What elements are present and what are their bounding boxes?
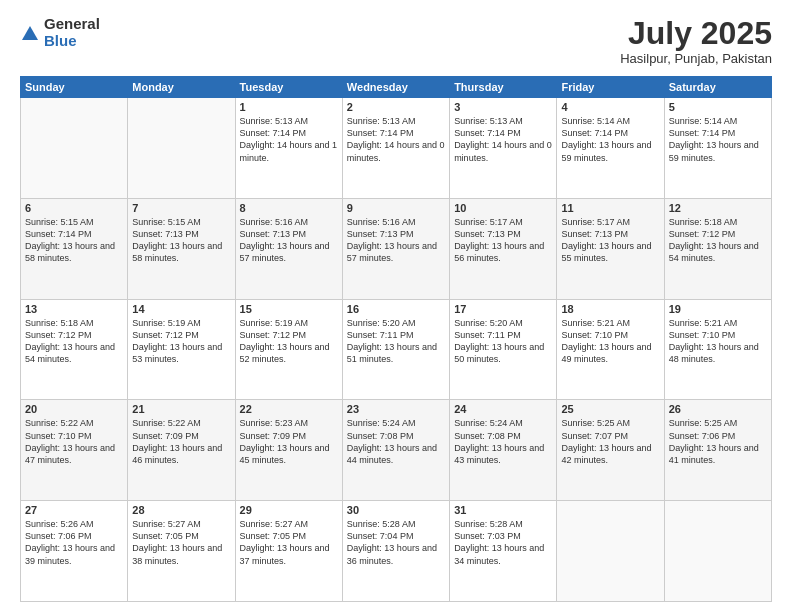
day-number: 8: [240, 202, 338, 214]
cell-info: Sunrise: 5:19 AMSunset: 7:12 PMDaylight:…: [240, 317, 338, 366]
cell-info: Sunrise: 5:27 AMSunset: 7:05 PMDaylight:…: [132, 518, 230, 567]
cell-info: Sunrise: 5:23 AMSunset: 7:09 PMDaylight:…: [240, 417, 338, 466]
cell-info: Sunrise: 5:26 AMSunset: 7:06 PMDaylight:…: [25, 518, 123, 567]
calendar-cell: [664, 501, 771, 602]
calendar-cell: 12Sunrise: 5:18 AMSunset: 7:12 PMDayligh…: [664, 198, 771, 299]
calendar-cell: 28Sunrise: 5:27 AMSunset: 7:05 PMDayligh…: [128, 501, 235, 602]
calendar-cell: 25Sunrise: 5:25 AMSunset: 7:07 PMDayligh…: [557, 400, 664, 501]
day-number: 14: [132, 303, 230, 315]
day-number: 2: [347, 101, 445, 113]
cell-info: Sunrise: 5:14 AMSunset: 7:14 PMDaylight:…: [561, 115, 659, 164]
day-number: 11: [561, 202, 659, 214]
calendar-cell: 2Sunrise: 5:13 AMSunset: 7:14 PMDaylight…: [342, 98, 449, 199]
weekday-header-tuesday: Tuesday: [235, 77, 342, 98]
calendar-cell: 16Sunrise: 5:20 AMSunset: 7:11 PMDayligh…: [342, 299, 449, 400]
cell-info: Sunrise: 5:28 AMSunset: 7:04 PMDaylight:…: [347, 518, 445, 567]
calendar-cell: 14Sunrise: 5:19 AMSunset: 7:12 PMDayligh…: [128, 299, 235, 400]
calendar-cell: 19Sunrise: 5:21 AMSunset: 7:10 PMDayligh…: [664, 299, 771, 400]
cell-info: Sunrise: 5:24 AMSunset: 7:08 PMDaylight:…: [347, 417, 445, 466]
calendar-cell: 10Sunrise: 5:17 AMSunset: 7:13 PMDayligh…: [450, 198, 557, 299]
weekday-header-row: SundayMondayTuesdayWednesdayThursdayFrid…: [21, 77, 772, 98]
day-number: 30: [347, 504, 445, 516]
day-number: 21: [132, 403, 230, 415]
cell-info: Sunrise: 5:17 AMSunset: 7:13 PMDaylight:…: [454, 216, 552, 265]
logo: General Blue: [20, 16, 100, 49]
cell-info: Sunrise: 5:27 AMSunset: 7:05 PMDaylight:…: [240, 518, 338, 567]
cell-info: Sunrise: 5:16 AMSunset: 7:13 PMDaylight:…: [347, 216, 445, 265]
calendar-cell: 30Sunrise: 5:28 AMSunset: 7:04 PMDayligh…: [342, 501, 449, 602]
cell-info: Sunrise: 5:13 AMSunset: 7:14 PMDaylight:…: [240, 115, 338, 164]
day-number: 10: [454, 202, 552, 214]
day-number: 1: [240, 101, 338, 113]
day-number: 3: [454, 101, 552, 113]
day-number: 6: [25, 202, 123, 214]
svg-marker-0: [22, 26, 38, 40]
logo-blue: Blue: [44, 33, 100, 50]
location: Hasilpur, Punjab, Pakistan: [620, 51, 772, 66]
cell-info: Sunrise: 5:18 AMSunset: 7:12 PMDaylight:…: [669, 216, 767, 265]
day-number: 18: [561, 303, 659, 315]
title-block: July 2025 Hasilpur, Punjab, Pakistan: [620, 16, 772, 66]
weekday-header-monday: Monday: [128, 77, 235, 98]
calendar-cell: 21Sunrise: 5:22 AMSunset: 7:09 PMDayligh…: [128, 400, 235, 501]
calendar-cell: 24Sunrise: 5:24 AMSunset: 7:08 PMDayligh…: [450, 400, 557, 501]
cell-info: Sunrise: 5:25 AMSunset: 7:06 PMDaylight:…: [669, 417, 767, 466]
day-number: 28: [132, 504, 230, 516]
calendar-cell: 15Sunrise: 5:19 AMSunset: 7:12 PMDayligh…: [235, 299, 342, 400]
cell-info: Sunrise: 5:17 AMSunset: 7:13 PMDaylight:…: [561, 216, 659, 265]
calendar-table: SundayMondayTuesdayWednesdayThursdayFrid…: [20, 76, 772, 602]
cell-info: Sunrise: 5:24 AMSunset: 7:08 PMDaylight:…: [454, 417, 552, 466]
calendar-cell: 3Sunrise: 5:13 AMSunset: 7:14 PMDaylight…: [450, 98, 557, 199]
cell-info: Sunrise: 5:19 AMSunset: 7:12 PMDaylight:…: [132, 317, 230, 366]
calendar-cell: 27Sunrise: 5:26 AMSunset: 7:06 PMDayligh…: [21, 501, 128, 602]
calendar-cell: 1Sunrise: 5:13 AMSunset: 7:14 PMDaylight…: [235, 98, 342, 199]
week-row-2: 6Sunrise: 5:15 AMSunset: 7:14 PMDaylight…: [21, 198, 772, 299]
calendar-cell: 23Sunrise: 5:24 AMSunset: 7:08 PMDayligh…: [342, 400, 449, 501]
week-row-4: 20Sunrise: 5:22 AMSunset: 7:10 PMDayligh…: [21, 400, 772, 501]
calendar-cell: 9Sunrise: 5:16 AMSunset: 7:13 PMDaylight…: [342, 198, 449, 299]
cell-info: Sunrise: 5:22 AMSunset: 7:10 PMDaylight:…: [25, 417, 123, 466]
calendar-cell: 20Sunrise: 5:22 AMSunset: 7:10 PMDayligh…: [21, 400, 128, 501]
cell-info: Sunrise: 5:21 AMSunset: 7:10 PMDaylight:…: [561, 317, 659, 366]
cell-info: Sunrise: 5:18 AMSunset: 7:12 PMDaylight:…: [25, 317, 123, 366]
calendar-cell: 8Sunrise: 5:16 AMSunset: 7:13 PMDaylight…: [235, 198, 342, 299]
week-row-5: 27Sunrise: 5:26 AMSunset: 7:06 PMDayligh…: [21, 501, 772, 602]
day-number: 29: [240, 504, 338, 516]
cell-info: Sunrise: 5:15 AMSunset: 7:14 PMDaylight:…: [25, 216, 123, 265]
day-number: 9: [347, 202, 445, 214]
day-number: 17: [454, 303, 552, 315]
calendar-cell: 6Sunrise: 5:15 AMSunset: 7:14 PMDaylight…: [21, 198, 128, 299]
header: General Blue July 2025 Hasilpur, Punjab,…: [20, 16, 772, 66]
calendar-cell: 22Sunrise: 5:23 AMSunset: 7:09 PMDayligh…: [235, 400, 342, 501]
cell-info: Sunrise: 5:16 AMSunset: 7:13 PMDaylight:…: [240, 216, 338, 265]
cell-info: Sunrise: 5:28 AMSunset: 7:03 PMDaylight:…: [454, 518, 552, 567]
weekday-header-friday: Friday: [557, 77, 664, 98]
week-row-1: 1Sunrise: 5:13 AMSunset: 7:14 PMDaylight…: [21, 98, 772, 199]
day-number: 23: [347, 403, 445, 415]
day-number: 27: [25, 504, 123, 516]
cell-info: Sunrise: 5:13 AMSunset: 7:14 PMDaylight:…: [347, 115, 445, 164]
calendar-cell: 17Sunrise: 5:20 AMSunset: 7:11 PMDayligh…: [450, 299, 557, 400]
weekday-header-wednesday: Wednesday: [342, 77, 449, 98]
weekday-header-thursday: Thursday: [450, 77, 557, 98]
week-row-3: 13Sunrise: 5:18 AMSunset: 7:12 PMDayligh…: [21, 299, 772, 400]
logo-general: General: [44, 16, 100, 33]
day-number: 20: [25, 403, 123, 415]
day-number: 7: [132, 202, 230, 214]
day-number: 22: [240, 403, 338, 415]
calendar-cell: 7Sunrise: 5:15 AMSunset: 7:13 PMDaylight…: [128, 198, 235, 299]
calendar-cell: 26Sunrise: 5:25 AMSunset: 7:06 PMDayligh…: [664, 400, 771, 501]
calendar-cell: [21, 98, 128, 199]
cell-info: Sunrise: 5:22 AMSunset: 7:09 PMDaylight:…: [132, 417, 230, 466]
calendar-cell: 4Sunrise: 5:14 AMSunset: 7:14 PMDaylight…: [557, 98, 664, 199]
calendar-cell: [128, 98, 235, 199]
cell-info: Sunrise: 5:25 AMSunset: 7:07 PMDaylight:…: [561, 417, 659, 466]
calendar-cell: 31Sunrise: 5:28 AMSunset: 7:03 PMDayligh…: [450, 501, 557, 602]
day-number: 5: [669, 101, 767, 113]
weekday-header-saturday: Saturday: [664, 77, 771, 98]
day-number: 12: [669, 202, 767, 214]
weekday-header-sunday: Sunday: [21, 77, 128, 98]
calendar-cell: 11Sunrise: 5:17 AMSunset: 7:13 PMDayligh…: [557, 198, 664, 299]
day-number: 15: [240, 303, 338, 315]
cell-info: Sunrise: 5:14 AMSunset: 7:14 PMDaylight:…: [669, 115, 767, 164]
